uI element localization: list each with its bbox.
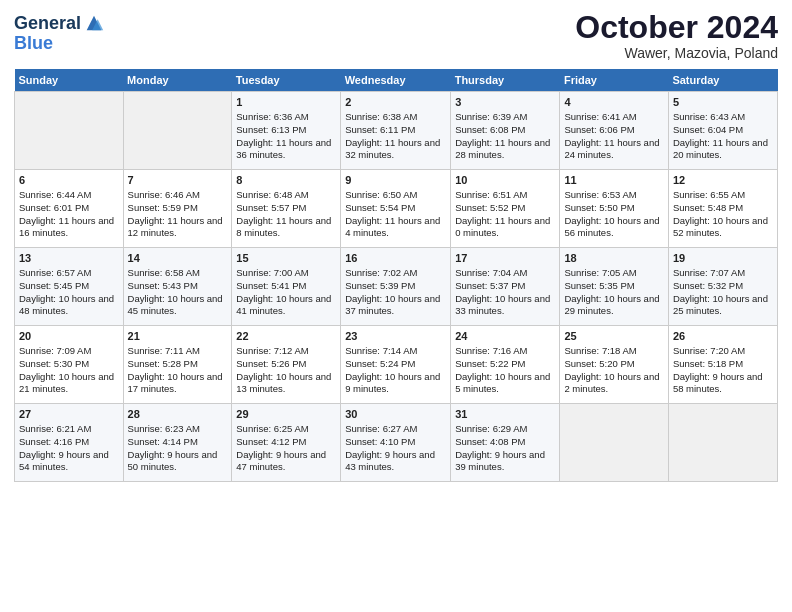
day-number: 27 [19,407,119,422]
calendar-cell: 15Sunrise: 7:00 AMSunset: 5:41 PMDayligh… [232,248,341,326]
day-info: Daylight: 10 hours and 17 minutes. [128,371,228,397]
calendar-cell [15,92,124,170]
day-info: Daylight: 11 hours and 24 minutes. [564,137,663,163]
day-info: Sunrise: 6:36 AM [236,111,336,124]
day-info: Daylight: 9 hours and 50 minutes. [128,449,228,475]
day-info: Daylight: 10 hours and 45 minutes. [128,293,228,319]
day-info: Sunset: 5:22 PM [455,358,555,371]
day-info: Sunset: 4:16 PM [19,436,119,449]
day-info: Daylight: 11 hours and 28 minutes. [455,137,555,163]
day-info: Daylight: 11 hours and 12 minutes. [128,215,228,241]
calendar-cell: 2Sunrise: 6:38 AMSunset: 6:11 PMDaylight… [341,92,451,170]
day-number: 4 [564,95,663,110]
day-info: Daylight: 11 hours and 16 minutes. [19,215,119,241]
calendar-cell [668,404,777,482]
day-info: Daylight: 10 hours and 9 minutes. [345,371,446,397]
day-info: Daylight: 10 hours and 25 minutes. [673,293,773,319]
day-info: Sunrise: 7:00 AM [236,267,336,280]
day-number: 13 [19,251,119,266]
day-info: Sunrise: 6:53 AM [564,189,663,202]
day-info: Sunrise: 7:02 AM [345,267,446,280]
day-info: Sunset: 5:30 PM [19,358,119,371]
day-info: Daylight: 11 hours and 0 minutes. [455,215,555,241]
day-number: 25 [564,329,663,344]
day-info: Sunset: 6:13 PM [236,124,336,137]
day-info: Sunrise: 7:09 AM [19,345,119,358]
logo-text: General [14,14,81,34]
day-info: Sunset: 5:18 PM [673,358,773,371]
calendar-cell: 3Sunrise: 6:39 AMSunset: 6:08 PMDaylight… [451,92,560,170]
day-info: Daylight: 10 hours and 52 minutes. [673,215,773,241]
page-container: General Blue October 2024 Wawer, Mazovia… [0,0,792,488]
day-info: Sunset: 4:12 PM [236,436,336,449]
day-number: 17 [455,251,555,266]
day-info: Sunset: 4:14 PM [128,436,228,449]
day-number: 9 [345,173,446,188]
day-info: Sunrise: 7:14 AM [345,345,446,358]
day-info: Sunset: 5:48 PM [673,202,773,215]
day-info: Sunrise: 6:58 AM [128,267,228,280]
day-info: Sunset: 5:54 PM [345,202,446,215]
day-number: 24 [455,329,555,344]
logo: General Blue [14,14,105,54]
day-info: Sunset: 5:28 PM [128,358,228,371]
logo-icon [83,12,105,34]
day-info: Sunrise: 6:25 AM [236,423,336,436]
week-row-3: 13Sunrise: 6:57 AMSunset: 5:45 PMDayligh… [15,248,778,326]
calendar-cell: 18Sunrise: 7:05 AMSunset: 5:35 PMDayligh… [560,248,668,326]
calendar-cell: 5Sunrise: 6:43 AMSunset: 6:04 PMDaylight… [668,92,777,170]
day-info: Daylight: 10 hours and 33 minutes. [455,293,555,319]
day-number: 20 [19,329,119,344]
calendar-cell: 30Sunrise: 6:27 AMSunset: 4:10 PMDayligh… [341,404,451,482]
weekday-header-thursday: Thursday [451,69,560,92]
day-info: Daylight: 11 hours and 36 minutes. [236,137,336,163]
day-number: 28 [128,407,228,422]
week-row-2: 6Sunrise: 6:44 AMSunset: 6:01 PMDaylight… [15,170,778,248]
calendar-cell: 22Sunrise: 7:12 AMSunset: 5:26 PMDayligh… [232,326,341,404]
calendar-cell: 4Sunrise: 6:41 AMSunset: 6:06 PMDaylight… [560,92,668,170]
calendar-cell: 6Sunrise: 6:44 AMSunset: 6:01 PMDaylight… [15,170,124,248]
day-info: Sunrise: 6:55 AM [673,189,773,202]
day-info: Sunrise: 6:21 AM [19,423,119,436]
day-number: 8 [236,173,336,188]
day-info: Sunrise: 6:39 AM [455,111,555,124]
day-info: Sunrise: 6:43 AM [673,111,773,124]
day-info: Daylight: 10 hours and 56 minutes. [564,215,663,241]
day-info: Sunset: 5:43 PM [128,280,228,293]
day-info: Daylight: 10 hours and 13 minutes. [236,371,336,397]
weekday-header-tuesday: Tuesday [232,69,341,92]
day-info: Sunset: 5:39 PM [345,280,446,293]
day-info: Sunrise: 7:18 AM [564,345,663,358]
calendar-cell: 9Sunrise: 6:50 AMSunset: 5:54 PMDaylight… [341,170,451,248]
day-info: Sunrise: 6:23 AM [128,423,228,436]
calendar-cell: 17Sunrise: 7:04 AMSunset: 5:37 PMDayligh… [451,248,560,326]
day-number: 29 [236,407,336,422]
weekday-header-wednesday: Wednesday [341,69,451,92]
day-info: Sunset: 5:41 PM [236,280,336,293]
calendar-cell: 23Sunrise: 7:14 AMSunset: 5:24 PMDayligh… [341,326,451,404]
calendar-cell [560,404,668,482]
day-number: 23 [345,329,446,344]
day-number: 22 [236,329,336,344]
calendar-cell: 16Sunrise: 7:02 AMSunset: 5:39 PMDayligh… [341,248,451,326]
day-info: Sunset: 6:01 PM [19,202,119,215]
day-info: Sunrise: 7:12 AM [236,345,336,358]
day-info: Sunrise: 6:48 AM [236,189,336,202]
day-number: 10 [455,173,555,188]
day-info: Sunrise: 6:29 AM [455,423,555,436]
day-info: Sunset: 6:06 PM [564,124,663,137]
day-number: 26 [673,329,773,344]
day-number: 19 [673,251,773,266]
day-info: Sunrise: 7:16 AM [455,345,555,358]
day-info: Daylight: 10 hours and 48 minutes. [19,293,119,319]
day-info: Sunset: 5:26 PM [236,358,336,371]
day-info: Sunset: 5:35 PM [564,280,663,293]
calendar-cell: 26Sunrise: 7:20 AMSunset: 5:18 PMDayligh… [668,326,777,404]
day-info: Sunrise: 6:57 AM [19,267,119,280]
day-info: Sunset: 5:24 PM [345,358,446,371]
day-info: Daylight: 9 hours and 58 minutes. [673,371,773,397]
calendar-cell: 28Sunrise: 6:23 AMSunset: 4:14 PMDayligh… [123,404,232,482]
calendar-cell: 14Sunrise: 6:58 AMSunset: 5:43 PMDayligh… [123,248,232,326]
day-info: Daylight: 9 hours and 43 minutes. [345,449,446,475]
calendar-cell: 31Sunrise: 6:29 AMSunset: 4:08 PMDayligh… [451,404,560,482]
